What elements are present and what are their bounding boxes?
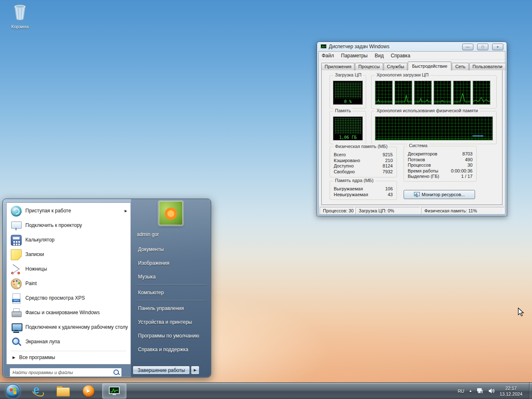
start-menu-item-snipping-tool[interactable]: Ножницы [7, 262, 131, 276]
start-button[interactable] [4, 384, 22, 399]
recycle-bin-label: Корзина [4, 24, 36, 29]
status-memory: Физическая память: 11% [421, 207, 504, 214]
start-menu-right-panel: admin gor Документы Изображения Музыка К… [131, 199, 211, 377]
taskbar-explorer[interactable] [51, 384, 75, 399]
menu-file[interactable]: Файл [322, 53, 334, 59]
taskbar-task-manager[interactable] [102, 384, 126, 399]
cpu-history-graph [414, 81, 432, 105]
start-menu-item-computer[interactable]: Компьютер [137, 286, 207, 299]
show-desktop-button[interactable] [529, 383, 532, 399]
minimize-button[interactable]: — [462, 44, 473, 50]
start-menu-item-paint[interactable]: Paint [7, 276, 131, 291]
start-menu-item-calculator[interactable]: Калькулятор [7, 233, 131, 247]
taskbar-internet-explorer[interactable] [25, 384, 49, 399]
start-menu-item-xps-viewer[interactable]: Средство просмотра XPS [7, 291, 131, 305]
system-tray: RU ▲ 22:17 13.12.2024 [458, 383, 529, 399]
search-icon[interactable] [113, 369, 120, 376]
network-icon[interactable] [477, 388, 484, 394]
tab-users[interactable]: Пользователи [469, 63, 506, 70]
stat-row: Всего9215 [333, 152, 394, 158]
search-input[interactable] [12, 370, 113, 375]
tab-applications[interactable]: Приложения [321, 63, 355, 70]
title-bar[interactable]: Диспетчер задач Windows — □ × [317, 42, 507, 51]
stat-row: Процессов30 [407, 163, 473, 168]
stat-row: Свободно7932 [333, 169, 394, 175]
resource-monitor-icon [414, 192, 420, 197]
user-avatar[interactable] [159, 201, 183, 225]
stat-row: Потоков490 [407, 157, 473, 163]
resource-monitor-button[interactable]: Монитор ресурсов... [404, 190, 475, 199]
start-menu-item-music[interactable]: Музыка [137, 270, 207, 283]
clock-date: 13.12.2024 [500, 391, 522, 397]
tab-networking[interactable]: Сеть [452, 63, 468, 70]
tab-strip: Приложения Процессы Службы Быстродействи… [321, 62, 506, 70]
menu-help[interactable]: Справка [391, 53, 410, 59]
projector-icon [11, 220, 22, 231]
start-menu-item-fax-scan[interactable]: Факсы и сканирование Windows [7, 305, 131, 320]
stat-row: Доступно8124 [333, 163, 394, 169]
memory-history-trace [473, 135, 483, 136]
tab-processes[interactable]: Процессы [355, 63, 383, 70]
internet-explorer-icon [31, 385, 43, 397]
tray-expand-icon[interactable]: ▲ [469, 389, 472, 393]
start-menu-item-devices-printers[interactable]: Устройства и принтеры [137, 315, 207, 329]
fax-scan-icon [11, 308, 22, 318]
start-search-box[interactable] [10, 368, 122, 377]
shutdown-button[interactable]: Завершение работы [133, 366, 190, 374]
all-programs-button[interactable]: ▶ Все программы [7, 352, 131, 363]
start-menu-item-getting-started[interactable]: Приступая к работе ▶ [7, 204, 131, 218]
status-bar: Процессов: 30 Загрузка ЦП: 0% Физическая… [319, 206, 505, 214]
cpu-history-graph [453, 81, 471, 105]
cpu-history-graph [473, 81, 490, 105]
mouse-cursor [518, 308, 526, 317]
magnifier-icon [11, 337, 22, 347]
start-menu-item-control-panel[interactable]: Панель управления [137, 301, 207, 315]
maximize-button[interactable]: □ [477, 44, 488, 50]
recycle-bin-icon [11, 2, 29, 22]
task-manager-app-icon [320, 44, 327, 49]
windows-orb-icon [6, 384, 20, 398]
language-indicator[interactable]: RU [458, 389, 464, 394]
stat-row: Дескрипторов8703 [407, 151, 473, 157]
start-menu-item-projector[interactable]: Подключить к проектору [7, 218, 131, 233]
volume-icon[interactable] [488, 388, 495, 394]
remote-desktop-icon [11, 322, 22, 333]
cpu-history-graph [394, 81, 412, 105]
submenu-arrow-icon: ▶ [125, 209, 127, 213]
stat-row: Выгружаемая106 [333, 186, 394, 192]
kernel-memory-group: Память ядра (МБ) Выгружаемая106 Невыгруж… [330, 181, 397, 200]
start-menu-item-pictures[interactable]: Изображения [137, 256, 207, 270]
clock-time: 22:17 [500, 385, 522, 391]
tab-performance[interactable]: Быстродействие [408, 62, 451, 70]
separator [137, 284, 207, 285]
physical-memory-group: Физическая память (МБ) Всего9215 Кэширов… [330, 147, 397, 177]
task-manager-icon [109, 387, 120, 396]
recycle-bin[interactable]: Корзина [4, 2, 36, 29]
start-menu-item-help-support[interactable]: Справка и поддержка [137, 342, 207, 356]
shutdown-options-button[interactable]: ▶ [191, 366, 200, 374]
start-menu-item-documents[interactable]: Документы [137, 242, 207, 256]
desktop: Корзина Диспетчер задач Windows — □ × Фа… [0, 0, 532, 399]
tab-services[interactable]: Службы [384, 63, 408, 70]
stat-row: Невыгружаемая43 [333, 192, 394, 198]
cpu-history-graph [433, 81, 451, 105]
cpu-usage-group: Загрузка ЦП 0 % [330, 75, 366, 108]
clock[interactable]: 22:17 13.12.2024 [500, 385, 522, 397]
menu-view[interactable]: Вид [374, 53, 384, 59]
calculator-icon [11, 235, 22, 246]
snipping-tool-icon [11, 264, 22, 275]
start-menu-item-magnifier[interactable]: Экранная лупа [7, 335, 131, 349]
start-menu-item-sticky-notes[interactable]: Записки [7, 247, 131, 262]
window-content: Файл Параметры Вид Справка Приложения Пр… [318, 51, 505, 214]
stat-row: Время работы0:00:00:36 [407, 168, 473, 174]
taskbar-media-player[interactable] [76, 384, 101, 399]
menu-options[interactable]: Параметры [341, 53, 368, 59]
memory-history-graph [375, 116, 493, 140]
close-button[interactable]: × [492, 44, 503, 50]
status-cpu: Загрузка ЦП: 0% [355, 207, 420, 214]
paint-icon [11, 278, 22, 289]
start-menu-item-remote-desktop[interactable]: Подключение к удаленному рабочему столу [7, 320, 131, 335]
start-menu-item-default-programs[interactable]: Программы по умолчанию [137, 329, 207, 342]
start-menu-left-panel: Приступая к работе ▶ Подключить к проект… [6, 202, 131, 365]
menu-bar: Файл Параметры Вид Справка [319, 52, 505, 60]
